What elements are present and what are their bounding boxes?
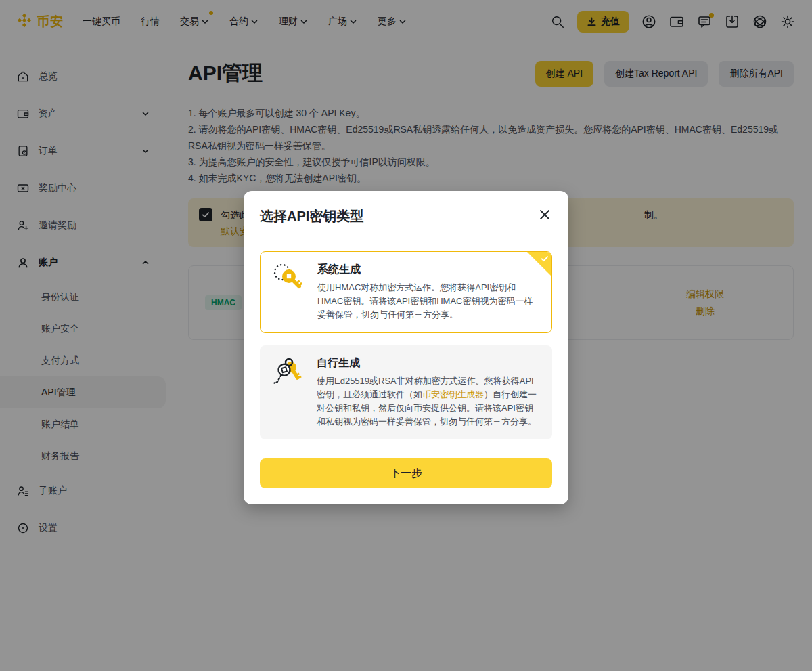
close-icon[interactable] (537, 207, 552, 222)
option-title: 系统生成 (317, 263, 541, 277)
select-api-key-type-modal: 选择API密钥类型 系统 (244, 191, 568, 504)
system-key-icon (271, 263, 307, 322)
modal-title: 选择API密钥类型 (260, 207, 363, 225)
option-system-generated[interactable]: 系统生成 使用HMAC对称加密方式运作。您将获得API密钥和HMAC密钥。请将该… (260, 251, 552, 333)
option-description: 使用Ed25519或RSA非对称加密方式运作。您将获得API密钥，且必须通过软件… (317, 374, 541, 429)
self-key-icon (271, 356, 306, 429)
next-step-button[interactable]: 下一步 (260, 458, 552, 488)
option-self-generated[interactable]: 自行生成 使用Ed25519或RSA非对称加密方式运作。您将获得API密钥，且必… (260, 345, 552, 439)
option-description: 使用HMAC对称加密方式运作。您将获得API密钥和HMAC密钥。请将该API密钥… (317, 281, 541, 322)
key-generator-link[interactable]: 币安密钥生成器 (422, 389, 484, 399)
option-title: 自行生成 (317, 356, 541, 370)
check-icon (540, 254, 549, 263)
